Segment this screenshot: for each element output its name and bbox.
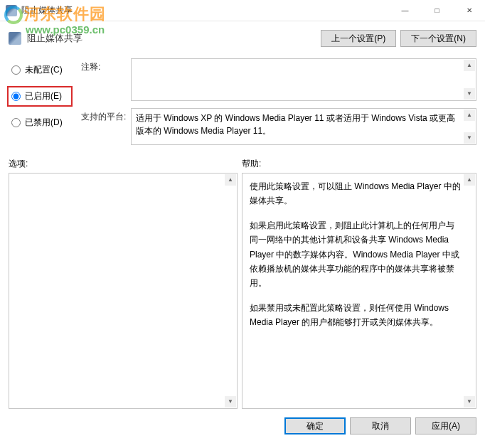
cancel-button[interactable]: 取消 bbox=[350, 417, 411, 434]
radio-disabled[interactable]: 已禁用(D) bbox=[9, 115, 73, 130]
prev-setting-button[interactable]: 上一个设置(P) bbox=[321, 30, 396, 47]
scroll-down-icon[interactable]: ▼ bbox=[464, 88, 475, 100]
help-paragraph: 如果启用此策略设置，则阻止此计算机上的任何用户与同一网络中的其他计算机和设备共享… bbox=[250, 218, 462, 291]
config-area: 未配置(C) 已启用(E) 已禁用(D) 注释: ▲ ▼ 支持的平台: 适用于 … bbox=[0, 58, 485, 152]
scroll-down-icon[interactable]: ▼ bbox=[225, 396, 236, 407]
next-setting-button[interactable]: 下一个设置(N) bbox=[400, 30, 476, 47]
radio-enabled-input[interactable] bbox=[11, 92, 21, 101]
help-panel: 使用此策略设置，可以阻止 Windows Media Player 中的媒体共享… bbox=[242, 173, 476, 409]
radio-disabled-label: 已禁用(D) bbox=[25, 117, 63, 129]
apply-button[interactable]: 应用(A) bbox=[415, 417, 476, 434]
radio-not-configured-input[interactable] bbox=[11, 65, 21, 75]
options-label: 选项: bbox=[9, 158, 242, 170]
window-controls: — □ ✕ bbox=[389, 0, 485, 21]
comment-row: 注释: ▲ ▼ bbox=[81, 58, 476, 101]
app-icon bbox=[6, 5, 17, 16]
platform-row: 支持的平台: 适用于 Windows XP 的 Windows Media Pl… bbox=[81, 108, 476, 145]
help-paragraph: 使用此策略设置，可以阻止 Windows Media Player 中的媒体共享… bbox=[250, 179, 462, 208]
section-labels: 选项: 帮助: bbox=[0, 152, 485, 173]
scroll-down-icon[interactable]: ▼ bbox=[464, 396, 475, 407]
footer: 确定 取消 应用(A) bbox=[0, 409, 485, 443]
platform-value: 适用于 Windows XP 的 Windows Media Player 11… bbox=[136, 113, 455, 136]
ok-button[interactable]: 确定 bbox=[284, 417, 346, 434]
comment-label: 注释: bbox=[81, 58, 131, 101]
options-panel: ▲ ▼ bbox=[9, 173, 238, 409]
scroll-down-icon[interactable]: ▼ bbox=[464, 132, 475, 144]
scroll-up-icon[interactable]: ▲ bbox=[225, 174, 236, 186]
help-label: 帮助: bbox=[242, 158, 261, 170]
title-bar: 阻止媒体共享 — □ ✕ bbox=[0, 0, 485, 21]
scroll-up-icon[interactable]: ▲ bbox=[464, 60, 475, 71]
radio-enabled-label: 已启用(E) bbox=[25, 90, 62, 102]
state-radios: 未配置(C) 已启用(E) 已禁用(D) bbox=[9, 58, 73, 152]
scroll-up-icon[interactable]: ▲ bbox=[464, 174, 475, 186]
panels: ▲ ▼ 使用此策略设置，可以阻止 Windows Media Player 中的… bbox=[0, 173, 485, 409]
policy-icon bbox=[9, 32, 21, 45]
radio-enabled[interactable]: 已启用(E) bbox=[7, 86, 73, 107]
maximize-button[interactable]: □ bbox=[421, 0, 453, 21]
close-button[interactable]: ✕ bbox=[453, 0, 485, 21]
window-title: 阻止媒体共享 bbox=[21, 4, 389, 16]
comment-box[interactable]: ▲ ▼ bbox=[131, 58, 476, 101]
radio-not-configured-label: 未配置(C) bbox=[25, 64, 63, 76]
radio-disabled-input[interactable] bbox=[11, 118, 21, 127]
header-row: 阻止媒体共享 上一个设置(P) 下一个设置(N) bbox=[0, 21, 485, 58]
right-fields: 注释: ▲ ▼ 支持的平台: 适用于 Windows XP 的 Windows … bbox=[73, 58, 476, 152]
radio-not-configured[interactable]: 未配置(C) bbox=[9, 63, 73, 78]
policy-title: 阻止媒体共享 bbox=[27, 32, 321, 45]
platform-box: 适用于 Windows XP 的 Windows Media Player 11… bbox=[131, 108, 476, 145]
platform-label: 支持的平台: bbox=[81, 108, 131, 145]
scroll-up-icon[interactable]: ▲ bbox=[464, 110, 475, 121]
help-paragraph: 如果禁用或未配置此策略设置，则任何使用 Windows Media Player… bbox=[250, 301, 462, 330]
nav-buttons: 上一个设置(P) 下一个设置(N) bbox=[321, 30, 476, 47]
minimize-button[interactable]: — bbox=[389, 0, 421, 21]
